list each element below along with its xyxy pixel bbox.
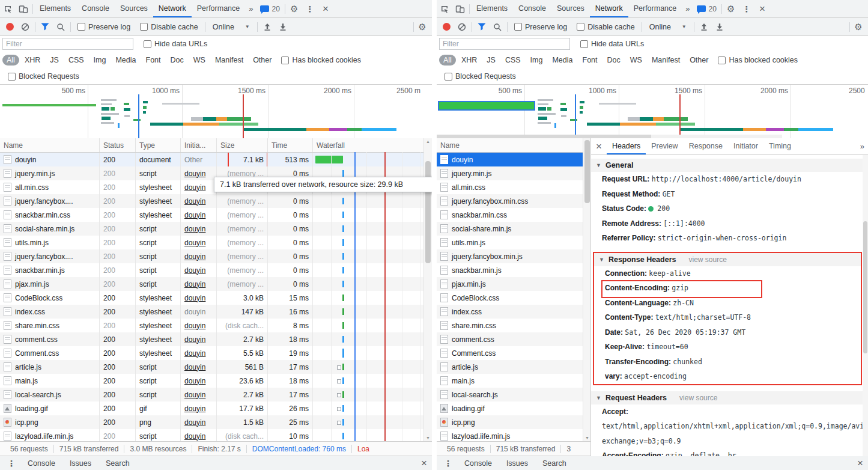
request-name-cell[interactable]: Comment.css — [0, 346, 100, 360]
table-row[interactable]: Comment.css 200 stylesheet douyin 5.5 kB… — [0, 346, 432, 360]
list-item[interactable]: local-search.js — [437, 388, 591, 401]
list-item[interactable]: article.js — [437, 360, 591, 374]
initiator-link[interactable]: douyin — [184, 197, 205, 206]
initiator-link[interactable]: douyin — [184, 363, 205, 371]
devtools-tab[interactable]: Network — [153, 0, 192, 17]
search-icon[interactable] — [490, 20, 505, 34]
request-name-cell[interactable]: social-share.min.js — [437, 222, 583, 236]
filter-input[interactable] — [2, 38, 133, 50]
request-name-cell[interactable]: share.min.css — [0, 319, 100, 332]
drawer-kebab-icon[interactable]: ⋮ — [5, 459, 18, 468]
devtools-tab[interactable]: Elements — [34, 0, 76, 17]
initiator-link[interactable]: douyin — [184, 225, 205, 233]
request-name-cell[interactable]: jquery.min.js — [0, 166, 100, 180]
preserve-log-checkbox[interactable]: Preserve log — [73, 23, 135, 31]
list-item[interactable]: pjax.min.js — [437, 277, 591, 291]
filter-chip[interactable]: Media — [111, 55, 140, 66]
initiator-cell[interactable]: douyin — [181, 374, 217, 388]
list-item[interactable]: jquery.min.js — [437, 166, 591, 180]
list-item[interactable]: main.js — [437, 374, 591, 388]
initiator-link[interactable]: douyin — [184, 266, 205, 275]
filter-chip[interactable]: All — [439, 55, 456, 66]
filter-chip[interactable]: Media — [548, 55, 577, 66]
request-name-cell[interactable]: snackbar.min.js — [437, 263, 583, 277]
table-row[interactable]: comment.css 200 stylesheet douyin 2.7 kB… — [0, 332, 432, 346]
list-item[interactable]: snackbar.min.js — [437, 263, 591, 277]
initiator-cell[interactable]: douyin — [181, 236, 217, 249]
initiator-cell[interactable]: douyin — [181, 332, 217, 346]
request-name-cell[interactable]: social-share.min.js — [0, 222, 100, 236]
filter-funnel-icon[interactable] — [475, 20, 489, 34]
initiator-cell[interactable]: douyin — [181, 222, 217, 236]
has-blocked-cookies-checkbox[interactable]: Has blocked cookies — [277, 56, 365, 64]
detail-tab[interactable]: Preview — [646, 138, 683, 154]
drawer-tab[interactable]: Search — [535, 459, 574, 468]
initiator-cell[interactable]: Other — [181, 153, 217, 166]
initiator-link[interactable]: douyin — [184, 252, 205, 261]
blocked-requests-checkbox[interactable]: Blocked Requests — [4, 72, 83, 81]
table-row[interactable]: lazyload.iife.min.js 200 script douyin (… — [0, 429, 432, 442]
more-tabs-icon[interactable]: » — [682, 0, 693, 17]
table-row[interactable]: CodeBlock.css 200 stylesheet douyin 3.0 … — [0, 291, 432, 305]
request-name-cell[interactable]: douyin — [0, 153, 100, 166]
close-devtools-icon[interactable]: × — [318, 0, 333, 17]
drawer-tab[interactable]: Console — [20, 459, 62, 468]
list-item[interactable]: index.css — [437, 305, 591, 319]
initiator-cell[interactable]: douyin — [181, 319, 217, 332]
drawer-tab[interactable]: Issues — [62, 459, 99, 468]
filter-chip[interactable]: WS — [189, 55, 210, 66]
record-icon[interactable] — [439, 20, 454, 34]
more-tabs-icon[interactable]: » — [857, 138, 868, 154]
request-name-cell[interactable]: article.js — [437, 360, 583, 374]
list-item[interactable]: snackbar.min.css — [437, 208, 591, 222]
inspect-icon[interactable] — [437, 0, 452, 17]
kebab-menu-icon[interactable]: ⋮ — [739, 0, 754, 17]
initiator-cell[interactable]: douyin — [181, 194, 217, 208]
checkbox-icon[interactable] — [281, 56, 289, 64]
list-item[interactable]: social-share.min.js — [437, 222, 591, 236]
filter-chip[interactable]: JS — [46, 55, 63, 66]
general-section-header[interactable]: ▼ General — [591, 159, 868, 172]
checkbox-icon[interactable] — [580, 40, 588, 48]
filter-chip[interactable]: XHR — [20, 55, 44, 66]
filter-chip[interactable]: WS — [626, 55, 646, 66]
devtools-tab[interactable]: Performance — [628, 0, 682, 17]
initiator-cell[interactable]: douyin — [181, 249, 217, 263]
initiator-link[interactable]: douyin — [184, 211, 205, 219]
request-name-cell[interactable]: index.css — [437, 305, 583, 319]
close-drawer-icon[interactable]: × — [857, 458, 863, 468]
request-name-cell[interactable]: all.min.css — [0, 180, 100, 194]
request-name-cell[interactable]: loading.gif — [0, 401, 100, 415]
list-item[interactable]: loading.gif — [437, 401, 591, 415]
list-item[interactable]: utils.min.js — [437, 236, 591, 249]
filter-chip[interactable]: Manifest — [648, 55, 684, 66]
column-header-name[interactable]: Name — [0, 138, 100, 152]
list-item[interactable]: jquery.fancybox.min.js — [437, 249, 591, 263]
filter-chip[interactable]: Font — [578, 55, 602, 66]
initiator-cell[interactable]: douyin — [181, 263, 217, 277]
filter-chip[interactable]: Doc — [166, 55, 188, 66]
table-row[interactable]: douyin 200 document Other 7.1 kB 513 ms — [0, 153, 432, 166]
request-name-cell[interactable]: jquery.fancybox.min.css — [437, 194, 583, 208]
initiator-link[interactable]: douyin — [184, 183, 205, 192]
devtools-tab[interactable]: Console — [513, 0, 551, 17]
column-header-status[interactable]: Status — [100, 138, 136, 152]
close-detail-icon[interactable]: × — [591, 141, 607, 151]
request-name-cell[interactable]: index.css — [0, 305, 100, 319]
drawer-kebab-icon[interactable]: ⋮ — [442, 459, 455, 468]
filter-chip[interactable]: Img — [526, 55, 547, 66]
initiator-cell[interactable]: douyin — [181, 166, 217, 180]
more-tabs-icon[interactable]: » — [245, 0, 256, 17]
issues-badge[interactable]: 20 — [693, 0, 720, 17]
request-name-cell[interactable]: local-search.js — [437, 388, 583, 401]
devtools-tab[interactable]: Network — [590, 0, 628, 17]
initiator-cell[interactable]: douyin — [181, 346, 217, 360]
request-name-cell[interactable]: local-search.js — [0, 388, 100, 401]
request-name-cell[interactable]: comment.css — [437, 332, 583, 346]
initiator-cell[interactable]: douyin — [181, 401, 217, 415]
request-name-cell[interactable]: share.min.css — [437, 319, 583, 332]
request-name-cell[interactable]: douyin — [437, 153, 583, 166]
table-row[interactable]: social-share.min.js 200 script douyin (m… — [0, 222, 432, 236]
throttling-select[interactable]: Online▼ — [645, 23, 691, 31]
record-icon[interactable] — [2, 20, 17, 34]
